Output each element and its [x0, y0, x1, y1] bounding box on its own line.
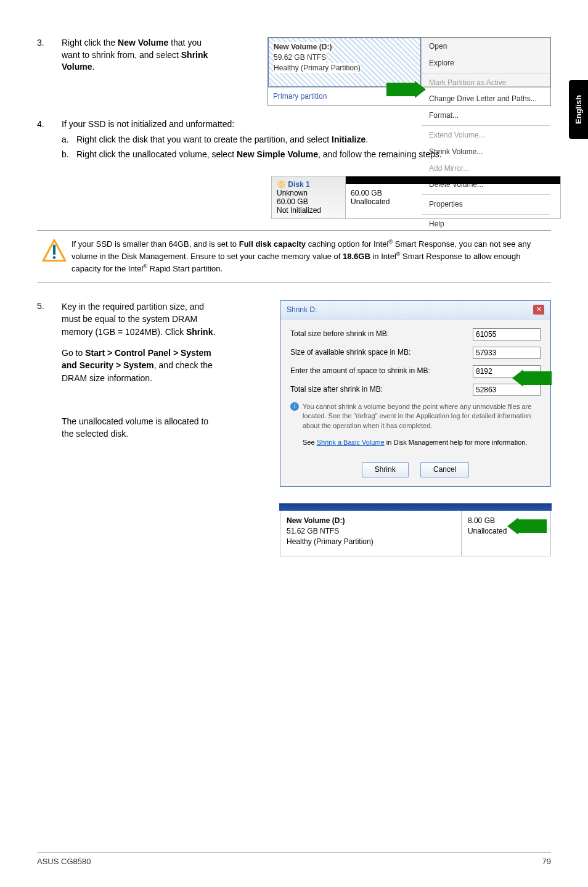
step-4b: b. Right click the unallocated volume, s… [62, 149, 551, 161]
text: Go to [62, 348, 85, 358]
label-total-before: Total size before shrink in MB: [290, 329, 389, 339]
separator [422, 73, 550, 73]
cancel-button[interactable]: Cancel [420, 462, 469, 477]
result-figure: New Volume (D:) 51.62 GB NTFS Healthy (P… [280, 504, 551, 556]
step-5: 5. Key in the required partition size, a… [37, 300, 551, 556]
warning-icon [37, 238, 71, 268]
step-3-number: 3. [37, 37, 62, 106]
label-available: Size of available shrink space in MB: [290, 347, 410, 358]
volume-health: Healthy (Primary Partition) [274, 63, 361, 73]
footer-page-number: 79 [542, 857, 551, 866]
bold-text: 18.6GB [343, 252, 370, 261]
close-icon[interactable]: ✕ [533, 305, 544, 315]
disk-unallocated: 60.00 GB Unallocated [346, 176, 560, 218]
arrow-icon [521, 371, 552, 385]
primary-partition-label: Primary partition [268, 88, 421, 105]
bold-text: Shrink [186, 327, 213, 337]
sub-letter: a. [62, 134, 76, 146]
shrink-dialog: Shrink D: ✕ Total size before shrink in … [280, 300, 551, 487]
step-5-text: Key in the required partition size, and … [62, 300, 216, 556]
bold-text: Initialize [332, 134, 365, 144]
disk-title: Disk 1 [288, 180, 309, 189]
disk-type: Unknown [277, 189, 340, 197]
input-total-after [473, 384, 541, 396]
step-4a: a. Right click the disk that you want to… [62, 134, 551, 146]
unalloc-size: 60.00 GB [351, 189, 555, 197]
note-text: You cannot shrink a volume beyond the po… [303, 402, 541, 431]
step-4-lead: If your SSD is not initialized and unfor… [62, 118, 551, 131]
step-5-result-text: The unallocated volume is allocated to t… [62, 415, 216, 440]
result-size: 51.62 GB NTFS [287, 526, 455, 537]
sub-letter: b. [62, 149, 76, 161]
text: . [92, 62, 95, 72]
ctx-open[interactable]: Open [422, 38, 550, 55]
text: Primary partition [273, 92, 327, 101]
ctx-mark-active: Mark Partition as Active [422, 75, 550, 91]
label-shrink-amount: Enter the amount of space to shrink in M… [290, 366, 430, 376]
unalloc-label: Unallocated [351, 197, 555, 206]
volume-box: New Volume (D:) 59.62 GB NTFS Healthy (P… [268, 38, 421, 87]
dialog-note: i You cannot shrink a volume beyond the … [290, 402, 541, 431]
result-unallocated: 8.00 GB Unallocated [462, 505, 550, 555]
text: Key in the required partition size, and … [62, 302, 204, 337]
disk-size: 60.00 GB [277, 197, 340, 206]
disk-info: 📀 Disk 1 Unknown 60.00 GB Not Initialize… [272, 176, 346, 218]
arrow-icon [516, 519, 547, 533]
info-icon: i [290, 402, 299, 411]
step-5-number: 5. [37, 300, 62, 556]
help-link[interactable]: Shrink a Basic Volume [317, 439, 385, 446]
step-4-number: 4. [37, 118, 62, 163]
result-title: New Volume (D:) [287, 516, 455, 526]
dialog-link-row: See Shrink a Basic Volume in Disk Manage… [303, 438, 541, 447]
label-total-after: Total size after shrink in MB: [290, 384, 383, 395]
text: If your SSD is smaller than 64GB, and is… [71, 239, 239, 249]
bold-text: Full disk capacity [239, 239, 306, 249]
page-footer: ASUS CG8580 79 [37, 852, 551, 866]
footer-product: ASUS CG8580 [37, 857, 91, 866]
disk-icon: 📀 Disk 1 [277, 180, 340, 189]
step-3: 3. Right click the New Volume that you w… [37, 37, 551, 106]
text: See [303, 439, 317, 446]
svg-point-0 [53, 256, 56, 259]
arrow-icon [386, 83, 417, 96]
context-menu-figure: New Volume (D:) 59.62 GB NTFS Healthy (P… [267, 37, 551, 106]
note-box: If your SSD is smaller than 64GB, and is… [37, 230, 551, 284]
note-text: If your SSD is smaller than 64GB, and is… [71, 238, 551, 276]
shrink-button[interactable]: Shrink [362, 462, 409, 477]
text: in Disk Management help for more informa… [385, 439, 528, 446]
context-menu: Open Explore Mark Partition as Active Ch… [421, 38, 550, 87]
language-tab: English [569, 80, 588, 139]
ctx-change-letter[interactable]: Change Drive Letter and Paths... [422, 91, 550, 107]
text: . [213, 327, 215, 337]
text: Right click the [62, 38, 118, 47]
step-4: 4. If your SSD is not initialized and un… [37, 118, 551, 163]
step-3-text: Right click the New Volume that you want… [62, 37, 222, 106]
text: Rapid Start partition. [147, 264, 223, 273]
text: Right click the disk that you want to cr… [76, 134, 332, 144]
ctx-help[interactable]: Help [422, 216, 550, 233]
input-total-before [473, 328, 541, 340]
ctx-explore[interactable]: Explore [422, 55, 550, 72]
page-content: 3. Right click the New Volume that you w… [0, 0, 588, 587]
disk-status: Not Initialized [277, 206, 340, 215]
volume-title: New Volume (D:) [274, 42, 332, 52]
text: Right click the unallocated volume, sele… [76, 149, 237, 159]
result-health: Healthy (Primary Partition) [287, 537, 455, 547]
text: . [365, 134, 368, 144]
reg-mark: ® [143, 263, 147, 270]
text: caching option for Intel [306, 239, 388, 249]
text: , and follow the remaining steps. [318, 149, 442, 159]
disk-figure: 📀 Disk 1 Unknown 60.00 GB Not Initialize… [271, 176, 561, 219]
text: in Intel [370, 252, 396, 261]
input-available [473, 347, 541, 359]
volume-size: 59.62 GB NTFS [274, 52, 326, 63]
bold-text: New Simple Volume [237, 149, 318, 159]
bold-text: New Volume [118, 38, 168, 47]
result-volume: New Volume (D:) 51.62 GB NTFS Healthy (P… [280, 505, 462, 555]
dialog-title: Shrink D: [287, 305, 317, 315]
